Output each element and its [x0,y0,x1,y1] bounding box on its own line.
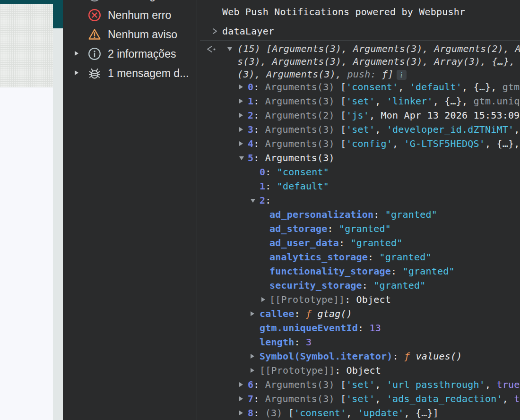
expand-arrow-icon[interactable] [251,368,254,373]
tree-row-text: 0: Arguments(3) ['consent', 'default', {… [248,80,520,94]
webpage-texture-pattern [0,4,53,87]
info-icon [87,47,102,61]
tree-row[interactable]: 6: Arguments(3) ['set', 'url_passthrough… [197,377,520,392]
tree-row-text: ad_personalization: "granted" [269,207,437,222]
console-sidebar: 2 mensagens d...Nenhum erroNenhum aviso2… [63,0,197,420]
sidebar-filter-label: 2 informações [108,44,176,64]
preview-line: s(3), Arguments(3), Arguments(3), Array(… [197,55,520,68]
collapse-arrow-icon[interactable] [251,199,255,203]
expand-arrow-icon[interactable] [75,70,78,75]
expand-arrow-icon[interactable] [239,411,243,415]
tree-row-text: 7: Arguments(3) ['set', 'ads_data_redact… [248,392,520,406]
expand-arrow-icon[interactable] [239,99,243,103]
tree-row-text: 2: Arguments(2) ['js', Mon Apr 13 2026 1… [248,108,520,122]
tree-row-text: 6: Arguments(3) ['set', 'url_passthrough… [248,377,520,392]
tree-row-text: 1: "default" [260,179,329,193]
tree-row[interactable]: 4: Arguments(3) ['config', 'G-LTSF5HEDQS… [197,137,520,151]
tree-row-text: length: 3 [260,335,312,349]
tree-row-text: 1: Arguments(3) ['set', 'linker', {…}, g… [248,94,520,108]
sidebar-filter-label: 1 mensagem d... [108,64,189,83]
sidebar-filter-label: Nenhum aviso [108,25,177,44]
tree-row-text: 5: Arguments(3) [248,151,335,165]
tree-row[interactable]: 7: Arguments(3) ['set', 'ads_data_redact… [197,392,520,406]
expand-arrow-icon[interactable] [239,85,243,89]
expand-arrow-icon[interactable] [251,354,254,359]
tree-row[interactable]: callee: ƒ gtag() [197,307,520,321]
tree-row[interactable]: 8: (3) ['consent', 'update', {…}] [197,406,520,420]
tree-row-text: 0: "consent" [260,165,329,179]
tree-row: ad_personalization: "granted" [197,207,520,222]
error-icon [87,8,102,22]
info-badge-icon[interactable]: i [397,70,407,80]
expand-arrow-icon[interactable] [251,311,254,316]
collapse-arrow-icon[interactable] [239,156,244,160]
tree-row[interactable]: 5: Arguments(3) [197,151,520,165]
tree-row: gtm.uniqueEventId: 13 [197,321,520,335]
webpage-side-column [53,28,63,420]
webpage-teal-header [0,0,63,4]
tree-row-text: 3: Arguments(3) ['set', 'developer_id.dZ… [248,122,520,137]
webpage-content-area [0,87,53,420]
sidebar-filter-item[interactable]: Nenhum aviso [63,25,197,44]
sidebar-filter-label: 2 mensagens d... [108,0,191,5]
tree-row: functionality_storage: "granted" [197,264,520,278]
tree-row-text: callee: ƒ gtag() [260,307,352,321]
tree-row: ad_storage: "granted" [197,222,520,236]
tree-row-text: 2: [260,193,277,207]
tree-row: length: 3 [197,335,520,349]
tree-row-text: 4: Arguments(3) ['config', 'G-LTSF5HEDQS… [248,137,520,151]
sidebar-filter-item[interactable]: 2 informações [63,44,197,64]
collapse-arrow-icon[interactable] [227,47,232,51]
expand-arrow-icon[interactable] [239,396,243,401]
expand-arrow-icon[interactable] [239,127,243,132]
tree-row[interactable]: 3: Arguments(3) ['set', 'developer_id.dZ… [197,122,520,137]
expand-arrow-icon[interactable] [75,51,78,56]
devtools-screenshot: 2 mensagens d...Nenhum erroNenhum aviso2… [0,0,520,420]
webpage-background [0,0,63,420]
tree-row: ad_user_data: "granted" [197,236,520,250]
sidebar-filter-item[interactable]: 1 mensagem d... [63,64,197,83]
console-messages-pane: Web Push Notifications powered by Webpus… [197,0,520,420]
tree-row: analytics_storage: "granted" [197,250,520,264]
webpage-teal-block [53,4,63,28]
sidebar-filter-item[interactable]: Nenhum erro [63,6,197,25]
tree-row-text: functionality_storage: "granted" [269,264,455,278]
expand-arrow-icon[interactable] [239,382,243,387]
tree-row-text: [[Prototype]]: Object [260,363,381,377]
tree-row: 0: "consent" [197,165,520,179]
expand-arrow-icon[interactable] [239,113,243,118]
console-log-message: Web Push Notifications powered by Webpus… [222,5,465,19]
tree-row[interactable]: 2: Arguments(2) ['js', Mon Apr 13 2026 1… [197,108,520,122]
row-divider [200,40,520,41]
tree-row-text: gtm.uniqueEventId: 13 [260,321,381,335]
sidebar-filter-item[interactable]: 2 mensagens d... [63,0,197,5]
expand-arrow-icon[interactable] [261,297,265,302]
console-input-echo-row: dataLayer [197,24,520,38]
tree-row-text: security_storage: "granted" [269,278,426,292]
tree-row[interactable]: 2: [197,193,520,207]
tree-row[interactable]: [[Prototype]]: Object [197,363,520,377]
sidebar-filter-label: Nenhum erro [108,6,171,25]
preview-line: (3), Arguments(3), push: ƒ]i [197,68,520,81]
expand-arrow-icon[interactable] [239,141,243,146]
tree-row[interactable]: Symbol(Symbol.iterator): ƒ values() [197,349,520,363]
tree-row: 1: "default" [197,179,520,193]
tree-row-text: ad_storage: "granted" [269,222,391,236]
tree-row: security_storage: "granted" [197,278,520,292]
tree-row-text: 8: (3) ['consent', 'update', {…}] [248,406,439,420]
tree-row[interactable]: 1: Arguments(3) ['set', 'linker', {…}, g… [197,94,520,108]
tree-row-text: ad_user_data: "granted" [269,236,403,250]
tree-row[interactable]: 0: Arguments(3) ['consent', 'default', {… [197,80,520,94]
tree-row-text: [[Prototype]]: Object [269,292,391,307]
preview-line[interactable]: (15) [Arguments(3), Arguments(3), Argume… [197,43,520,55]
tree-row-text: Symbol(Symbol.iterator): ƒ values() [260,349,462,363]
tree-row[interactable]: [[Prototype]]: Object [197,292,520,307]
input-echo-text: dataLayer [222,24,274,38]
messages-icon [87,0,102,2]
tree-row-text: analytics_storage: "granted" [269,250,432,264]
row-divider [200,21,520,21]
warning-icon [87,27,102,42]
verbose-bug-icon [87,66,102,80]
